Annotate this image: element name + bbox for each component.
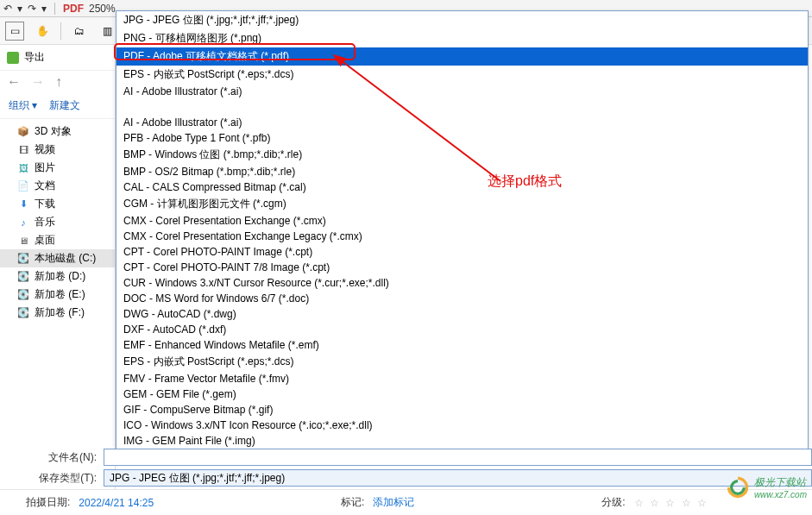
filetype-option[interactable]: IMG - GEM Paint File (*.img): [116, 433, 808, 449]
separator: [60, 22, 61, 40]
new-folder-button[interactable]: 新建文: [49, 98, 80, 113]
filetype-option[interactable]: FMV - Frame Vector Metafile (*.fmv): [116, 371, 808, 386]
tree-node[interactable]: ♪音乐: [0, 213, 115, 231]
filetype-option[interactable]: PNG - 可移植网络图形 (*.png): [116, 29, 808, 47]
tree-node-label: 新加卷 (E:): [35, 287, 85, 302]
filetype-option[interactable]: DXF - AutoCAD (*.dxf): [116, 322, 808, 337]
tree-node[interactable]: 🖼图片: [0, 159, 115, 177]
tree-node-label: 图片: [35, 160, 55, 175]
filetype-option[interactable]: BMP - OS/2 Bitmap (*.bmp;*.dib;*.rle): [116, 164, 808, 179]
tree-node[interactable]: 📄文档: [0, 177, 115, 195]
filetype-option[interactable]: CMX - Corel Presentation Exchange Legacy…: [116, 229, 808, 244]
tag-label: 标记:: [341, 495, 364, 510]
tree-node-label: 下载: [35, 197, 55, 211]
metadata-footer: 拍摄日期: 2022/4/21 14:25 标记: 添加标记 分级: ☆ ☆ ☆…: [0, 489, 812, 515]
filetype-option[interactable]: CPT - Corel PHOTO-PAINT Image (*.cpt): [116, 244, 808, 260]
export-icon: [7, 52, 19, 64]
tree-node[interactable]: 💽新加卷 (F:): [0, 304, 115, 322]
tree-node-label: 桌面: [35, 233, 55, 248]
tree-node[interactable]: 💽新加卷 (E:): [0, 286, 115, 304]
filetype-option[interactable]: CMX - Corel Presentation Exchange (*.cmx…: [116, 213, 808, 229]
filename-input[interactable]: [104, 449, 812, 466]
folder-icon: 📦: [17, 126, 29, 138]
rating-label: 分级:: [601, 495, 625, 510]
tree-node-label: 视频: [35, 142, 55, 157]
filetype-option[interactable]: CAL - CALS Compressed Bitmap (*.cal): [116, 179, 808, 195]
watermark-text: 极光下载站: [754, 475, 807, 490]
filetype-option[interactable]: GEM - GEM File (*.gem): [116, 386, 808, 402]
undo-dropdown[interactable]: ▾: [17, 3, 22, 15]
filetype-option[interactable]: [116, 99, 808, 115]
folder-icon: 🖥: [17, 235, 29, 247]
folder-icon: 💽: [17, 289, 29, 301]
tree-node[interactable]: 💽新加卷 (D:): [0, 267, 115, 286]
filetype-option[interactable]: BMP - Windows 位图 (*.bmp;*.dib;*.rle): [116, 146, 808, 164]
filetype-option[interactable]: GIF - CompuServe Bitmap (*.gif): [116, 402, 808, 418]
filetype-option[interactable]: EMF - Enhanced Windows Metafile (*.emf): [116, 337, 808, 353]
tree-node-label: 3D 对象: [35, 124, 72, 139]
folder-icon: ⬇: [17, 198, 29, 210]
folder-icon: ♪: [17, 217, 29, 229]
rating-stars[interactable]: ☆ ☆ ☆ ☆ ☆: [634, 497, 708, 509]
export-label: 导出: [24, 50, 45, 65]
filetype-row: 保存类型(T): JPG - JPEG 位图 (*.jpg;*.jtf;*.jf…: [0, 468, 812, 487]
tree-node[interactable]: 📦3D 对象: [0, 122, 115, 141]
folder-icon: 🖼: [17, 162, 29, 174]
folder-icon: 💽: [17, 307, 29, 319]
tree-node-label: 文档: [35, 179, 55, 193]
watermark-url: www.xz7.com: [754, 490, 807, 499]
date-label: 拍摄日期:: [26, 495, 70, 510]
organize-button[interactable]: 组织 ▾: [9, 98, 37, 113]
filetype-option[interactable]: EPS - 内嵌式 PostScript (*.eps;*.dcs): [116, 353, 808, 371]
tree-node-label: 音乐: [35, 215, 55, 229]
filename-row: 文件名(N):: [0, 448, 812, 467]
tree-node[interactable]: 🎞视频: [0, 141, 115, 159]
filetype-option[interactable]: DWG - AutoCAD (*.dwg): [116, 306, 808, 322]
filetype-option[interactable]: JPG - JPEG 位图 (*.jpg;*.jtf;*.jff;*.jpeg): [116, 11, 808, 29]
tool-layers-icon[interactable]: 🗂: [70, 22, 89, 41]
annotation-text: 选择pdf格式: [488, 173, 562, 191]
tag-value[interactable]: 添加标记: [373, 495, 414, 510]
tool-align-icon[interactable]: ▥: [98, 22, 116, 41]
organize-row: 组织 ▾ 新建文: [0, 93, 115, 119]
tree-node[interactable]: 💽本地磁盘 (C:): [0, 249, 115, 267]
tree-node-label: 新加卷 (D:): [35, 269, 85, 284]
tree-node-label: 新加卷 (F:): [35, 305, 85, 320]
filename-label: 文件名(N):: [0, 450, 104, 465]
undo-button[interactable]: ↶: [3, 3, 12, 15]
filetype-option[interactable]: AI - Adobe Illustrator (*.ai): [116, 84, 808, 99]
tool-rectangle-icon[interactable]: ▭: [5, 22, 24, 41]
redo-dropdown[interactable]: ▾: [41, 3, 47, 15]
filetype-option[interactable]: ICO - Windows 3.x/NT Icon Resource (*.ic…: [116, 418, 808, 433]
filetype-option[interactable]: PFB - Adobe Type 1 Font (*.pfb): [116, 130, 808, 146]
up-button[interactable]: ↑: [55, 74, 62, 90]
folder-icon: 💽: [17, 253, 29, 265]
save-type-dropdown[interactable]: JPG - JPEG 位图 (*.jpg;*.jtf;*.jff;*.jpeg)…: [116, 10, 809, 459]
tool-hand-icon[interactable]: ✋: [33, 22, 52, 41]
filetype-option[interactable]: CGM - 计算机图形图元文件 (*.cgm): [116, 195, 808, 213]
save-dialog-sidebar: 导出 ← → ↑ 组织 ▾ 新建文 📦3D 对象🎞视频🖼图片📄文档⬇下载♪音乐🖥…: [0, 45, 116, 489]
filetype-option[interactable]: CUR - Windows 3.x/NT Cursor Resource (*.…: [116, 275, 808, 291]
nav-row: ← → ↑: [0, 71, 115, 93]
folder-icon: 🎞: [17, 144, 29, 156]
filetype-option[interactable]: AI - Adobe Illustrator (*.ai): [116, 115, 808, 130]
filetype-select[interactable]: JPG - JPEG 位图 (*.jpg;*.jtf;*.jff;*.jpeg): [104, 469, 812, 487]
redo-button[interactable]: ↷: [28, 3, 36, 15]
export-header: 导出: [0, 45, 115, 71]
filetype-label: 保存类型(T):: [0, 471, 104, 486]
folder-tree: 📦3D 对象🎞视频🖼图片📄文档⬇下载♪音乐🖥桌面💽本地磁盘 (C:)💽新加卷 (…: [0, 119, 115, 325]
watermark-logo-icon: [727, 476, 749, 499]
filetype-option[interactable]: CPT - Corel PHOTO-PAINT 7/8 Image (*.cpt…: [116, 260, 808, 275]
filetype-option[interactable]: PDF - Adobe 可移植文档格式 (*.pdf): [116, 47, 808, 66]
separator: [54, 3, 55, 15]
back-button[interactable]: ←: [7, 74, 21, 90]
date-value[interactable]: 2022/4/21 14:25: [79, 497, 154, 509]
tree-node[interactable]: ⬇下载: [0, 195, 115, 213]
pdf-icon[interactable]: PDF: [63, 3, 84, 15]
filetype-option[interactable]: EPS - 内嵌式 PostScript (*.eps;*.dcs): [116, 66, 808, 84]
filetype-option[interactable]: DOC - MS Word for Windows 6/7 (*.doc): [116, 291, 808, 306]
forward-button: →: [31, 74, 45, 90]
tree-node[interactable]: 🖥桌面: [0, 231, 115, 249]
folder-icon: 📄: [17, 180, 29, 192]
zoom-level[interactable]: 250%: [89, 3, 116, 15]
